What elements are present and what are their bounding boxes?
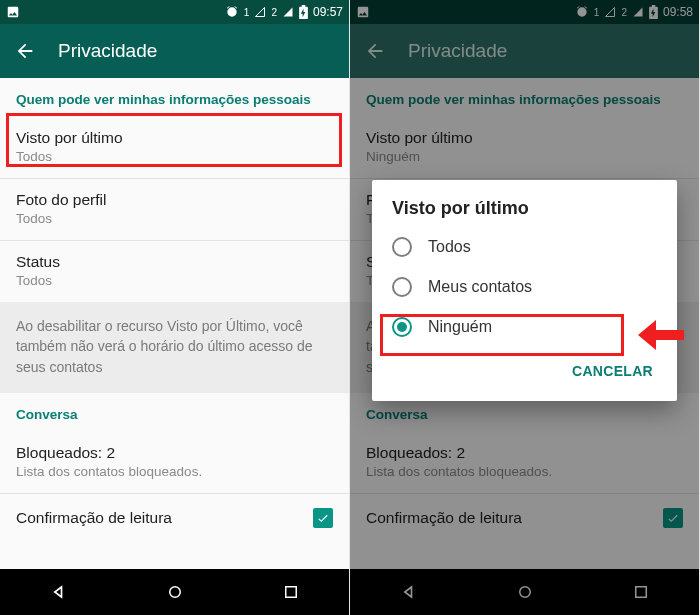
- row-status-title: Status: [16, 253, 333, 271]
- radio-option-everyone[interactable]: Todos: [372, 227, 677, 267]
- radio-icon: [392, 277, 412, 297]
- radio-label: Meus contatos: [428, 278, 532, 296]
- row-last-seen-title: Visto por último: [16, 129, 333, 147]
- section-conversation: Conversa: [0, 393, 349, 432]
- phone-right: 1 2 09:58 Privacidade Quem pode ver minh…: [350, 0, 700, 615]
- row-last-seen-value: Todos: [16, 149, 333, 164]
- row-blocked-sub: Lista dos contatos bloqueados.: [16, 464, 333, 479]
- android-nav-bar: [0, 569, 349, 615]
- info-note: Ao desabilitar o recurso Visto por Últim…: [0, 302, 349, 393]
- row-read-receipts-title: Confirmação de leitura: [16, 509, 172, 527]
- row-status[interactable]: Status Todos: [0, 241, 349, 302]
- signal1-icon: [254, 6, 266, 18]
- radio-label: Todos: [428, 238, 471, 256]
- clock-text: 09:57: [313, 5, 343, 19]
- phone-left: 1 2 09:57 Privacidade Quem pode ver minh…: [0, 0, 350, 615]
- section-personal-info: Quem pode ver minhas informações pessoai…: [0, 78, 349, 117]
- row-blocked[interactable]: Bloqueados: 2 Lista dos contatos bloquea…: [0, 432, 349, 493]
- signal2-icon: [282, 6, 294, 18]
- dialog-last-seen: Visto por último Todos Meus contatos Nin…: [372, 180, 677, 401]
- back-arrow-icon[interactable]: [14, 40, 36, 62]
- sim1-label: 1: [244, 7, 250, 18]
- alarm-icon: [225, 5, 239, 19]
- image-icon: [6, 5, 20, 19]
- row-status-value: Todos: [16, 273, 333, 288]
- settings-content: Quem pode ver minhas informações pessoai…: [0, 78, 349, 569]
- svg-rect-1: [286, 587, 297, 598]
- nav-back-icon[interactable]: [49, 582, 69, 602]
- checkbox-on-icon[interactable]: [313, 508, 333, 528]
- row-profile-photo-value: Todos: [16, 211, 333, 226]
- radio-option-nobody[interactable]: Ninguém: [372, 307, 677, 347]
- dialog-title: Visto por último: [372, 198, 677, 227]
- svg-point-0: [170, 587, 181, 598]
- radio-icon: [392, 237, 412, 257]
- sim2-label: 2: [271, 7, 277, 18]
- battery-icon: [299, 5, 308, 19]
- radio-label: Ninguém: [428, 318, 492, 336]
- radio-icon-selected: [392, 317, 412, 337]
- status-bar: 1 2 09:57: [0, 0, 349, 24]
- cancel-button[interactable]: CANCELAR: [562, 355, 663, 387]
- nav-home-icon[interactable]: [166, 583, 184, 601]
- app-bar: Privacidade: [0, 24, 349, 78]
- page-title: Privacidade: [58, 40, 157, 62]
- row-last-seen[interactable]: Visto por último Todos: [0, 117, 349, 178]
- row-blocked-title: Bloqueados: 2: [16, 444, 333, 462]
- row-profile-photo[interactable]: Foto do perfil Todos: [0, 179, 349, 240]
- nav-recent-icon[interactable]: [282, 583, 300, 601]
- radio-option-contacts[interactable]: Meus contatos: [372, 267, 677, 307]
- row-read-receipts[interactable]: Confirmação de leitura: [0, 494, 349, 542]
- row-profile-photo-title: Foto do perfil: [16, 191, 333, 209]
